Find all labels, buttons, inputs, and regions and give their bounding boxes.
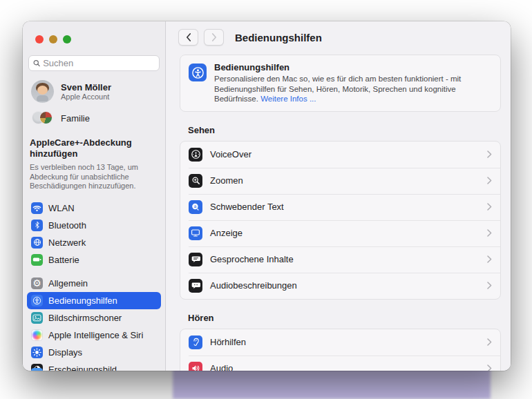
battery-icon: [31, 254, 43, 266]
sidebar-nav-network: WLAN Bluetooth Netzwerk: [27, 200, 161, 269]
speaker-icon: [189, 362, 202, 371]
search-icon: [33, 59, 40, 67]
row-schwebender-text[interactable]: a Schwebender Text: [180, 194, 500, 220]
accessibility-icon: [189, 64, 207, 81]
ear-icon: [189, 335, 202, 349]
chevron-right-icon: [487, 282, 492, 289]
sidebar-item-erscheinungsbild[interactable]: Erscheinungsbild: [27, 361, 161, 371]
sidebar-item-label: Apple Intelligence & Siri: [48, 330, 143, 340]
audio-descriptions-icon: [189, 279, 202, 293]
partial-sidebar-icon: [31, 368, 43, 371]
sidebar-item-wlan[interactable]: WLAN: [27, 200, 161, 217]
sidebar-item-batterie[interactable]: Batterie: [27, 251, 161, 269]
sidebar-nav-main: ⚙ Allgemein Bedienungshilfen: [27, 275, 161, 371]
user-avatar: [31, 80, 54, 103]
banner-description: Personalisiere den Mac so, wie es für di…: [214, 74, 492, 104]
sidebar-item-apple-account[interactable]: Sven Möller Apple Account: [28, 77, 161, 106]
chevron-right-icon: [487, 338, 492, 346]
sidebar-item-bildschirmschoner[interactable]: Bildschirmschoner: [27, 309, 161, 327]
row-hoerhilfen[interactable]: Hörhilfen: [180, 329, 500, 356]
chevron-right-icon: [487, 150, 492, 158]
search-field[interactable]: [28, 55, 160, 71]
section-title-sehen: Sehen: [188, 125, 501, 135]
sidebar-item-label: Erscheinungsbild: [48, 364, 117, 371]
row-label: Zoomen: [210, 175, 479, 186]
search-input[interactable]: [43, 58, 155, 68]
sidebar-item-label: Batterie: [48, 255, 79, 265]
banner-description-text: Personalisiere den Mac so, wie es für di…: [214, 75, 461, 103]
sidebar-item-label: Allgemein: [48, 278, 88, 289]
applecare-promo[interactable]: AppleCare+-Abdeckung hinzufügen Es verbl…: [30, 137, 158, 191]
chevron-right-icon: [487, 364, 492, 371]
zoom-window-button[interactable]: [63, 35, 71, 43]
chevron-right-icon: [211, 33, 217, 41]
content-area: Bedienungshilfen Personalisiere den Mac …: [166, 53, 511, 371]
chevron-left-icon: [186, 33, 191, 41]
applecare-body: Es verbleiben noch 13 Tage, um Abdeckung…: [30, 163, 158, 191]
system-settings-window: Sven Möller Apple Account Familie AppleC…: [23, 21, 511, 371]
section-title-hoeren: Hören: [188, 313, 501, 323]
screensaver-icon: [31, 312, 43, 324]
sidebar-item-label: Displays: [48, 347, 82, 358]
main-panel: Bedienungshilfen Bedienungshilfen Person…: [166, 21, 511, 371]
row-label: Hörhilfen: [210, 337, 479, 347]
row-label: Anzeige: [210, 228, 479, 238]
row-audiobeschreibungen[interactable]: Audiobeschreibungen: [180, 273, 500, 299]
close-window-button[interactable]: [35, 35, 44, 43]
gear-icon: ⚙: [31, 278, 43, 289]
sidebar-item-allgemein[interactable]: ⚙ Allgemein: [27, 275, 161, 292]
zoom-icon: [189, 174, 202, 188]
forward-button[interactable]: [204, 29, 224, 46]
sidebar-item-apple-intelligence-siri[interactable]: Apple Intelligence & Siri: [27, 327, 161, 344]
accessibility-icon: [31, 295, 43, 306]
wifi-icon: [31, 202, 43, 214]
row-gesprochene-inhalte[interactable]: Gesprochene Inhalte: [180, 246, 500, 273]
chevron-right-icon: [487, 203, 492, 211]
banner-title: Bedienungshilfen: [214, 62, 492, 72]
row-label: Audio: [210, 363, 479, 371]
user-subtitle: Apple Account: [61, 93, 111, 101]
window-controls: [27, 21, 161, 43]
back-button[interactable]: [178, 29, 198, 46]
siri-icon: [31, 329, 43, 341]
row-audio[interactable]: Audio: [180, 356, 500, 371]
sidebar-item-label: WLAN: [48, 203, 75, 213]
globe-icon: [31, 237, 43, 249]
svg-text:a: a: [193, 204, 196, 209]
row-zoomen[interactable]: Zoomen: [180, 168, 500, 194]
applecare-title: AppleCare+-Abdeckung hinzufügen: [30, 137, 158, 159]
hover-text-icon: a: [189, 200, 202, 214]
voiceover-icon: [189, 148, 202, 162]
sidebar-item-label: Bluetooth: [48, 220, 86, 231]
chevron-right-icon: [487, 177, 492, 184]
sidebar-item-label: Bildschirmschoner: [48, 313, 122, 323]
more-info-link[interactable]: Weitere Infos ...: [260, 95, 316, 103]
page-title: Bedienungshilfen: [235, 32, 322, 43]
row-anzeige[interactable]: Anzeige: [180, 220, 500, 246]
minimize-window-button[interactable]: [49, 35, 57, 43]
chevron-right-icon: [487, 229, 492, 237]
sidebar-item-label: Netzwerk: [48, 237, 86, 248]
bluetooth-icon: [31, 220, 43, 231]
hoeren-card: Hörhilfen Audio: [180, 329, 501, 371]
row-label: Audiobeschreibungen: [210, 280, 479, 291]
sidebar-item-family[interactable]: Familie: [28, 110, 161, 126]
sidebar-item-netzwerk[interactable]: Netzwerk: [27, 234, 161, 251]
sidebar: Sven Möller Apple Account Familie AppleC…: [23, 21, 166, 371]
sidebar-item-displays[interactable]: Displays: [27, 344, 161, 361]
row-voiceover[interactable]: VoiceOver: [180, 142, 500, 168]
family-avatars: [31, 111, 54, 125]
display-icon: [189, 226, 202, 240]
sun-icon: [31, 347, 43, 358]
sidebar-item-label: Bedienungshilfen: [48, 295, 117, 306]
sehen-card: VoiceOver Zoomen: [180, 141, 501, 300]
row-label: VoiceOver: [210, 149, 479, 159]
sidebar-item-bluetooth[interactable]: Bluetooth: [27, 217, 161, 234]
family-label: Familie: [61, 113, 90, 124]
sidebar-item-bedienungshilfen[interactable]: Bedienungshilfen: [27, 292, 161, 309]
accessibility-banner: Bedienungshilfen Personalisiere den Mac …: [180, 55, 501, 112]
row-label: Gesprochene Inhalte: [210, 254, 479, 264]
row-label: Schwebender Text: [210, 202, 479, 212]
user-name: Sven Möller: [61, 82, 111, 93]
toolbar: Bedienungshilfen: [166, 21, 511, 53]
